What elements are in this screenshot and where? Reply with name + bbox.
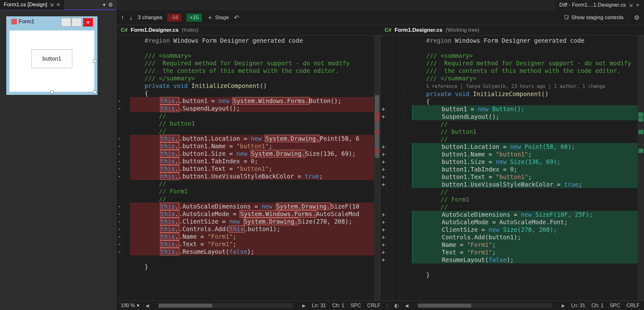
line-indicator[interactable]: Ln: 31 bbox=[312, 303, 326, 308]
prev-change-button[interactable]: ↑ bbox=[121, 14, 124, 22]
resize-handle[interactable] bbox=[93, 60, 96, 63]
button1-control[interactable]: button1 bbox=[31, 49, 72, 68]
line-indicator[interactable]: Ln: 31 bbox=[571, 303, 585, 308]
scrollbar-left[interactable] bbox=[374, 35, 380, 301]
tab-diff[interactable]: Diff - Form1....1.Designer.cs ⇲ ✕ bbox=[555, 0, 644, 10]
maximize-button[interactable]: ▭ bbox=[72, 18, 82, 27]
scroll-thumb[interactable] bbox=[158, 304, 212, 307]
close-icon[interactable]: ✕ bbox=[56, 2, 60, 8]
tab-form-design[interactable]: Form1.cs [Design] ⇲ ✕ bbox=[0, 0, 64, 10]
next-change-button[interactable]: ↓ bbox=[129, 14, 133, 22]
resize-handle[interactable] bbox=[93, 90, 96, 94]
indent-indicator[interactable]: SPC bbox=[351, 303, 361, 308]
pin-icon[interactable]: ⇲ bbox=[629, 3, 633, 8]
scrollbar-right[interactable] bbox=[638, 35, 644, 301]
csharp-icon: C# bbox=[385, 27, 391, 33]
csharp-icon: C# bbox=[121, 27, 128, 33]
deletions-badge: -16 bbox=[167, 14, 181, 22]
scroll-right-icon[interactable]: ▶ bbox=[302, 303, 306, 308]
close-icon[interactable]: ✕ bbox=[636, 3, 640, 8]
eol-indicator[interactable]: CRLF bbox=[626, 303, 640, 308]
status-bar: 100 %▾ ◀ ▶ Ln: 31 Ch: 1 SPC CRLF | ◐ ◀ ▶… bbox=[116, 301, 644, 310]
col-indicator[interactable]: Ch: 1 bbox=[591, 303, 603, 308]
stage-button[interactable]: ＋ Stage bbox=[207, 13, 229, 22]
designer-surface[interactable]: Form1 — ▭ ✕ button1 bbox=[0, 10, 116, 310]
code-pane-right[interactable]: #region Windows Form Designer generated … bbox=[380, 35, 644, 301]
show-staging-button[interactable]: ☐̷ Show staging controls bbox=[564, 14, 624, 21]
changes-count: 3 changes bbox=[138, 14, 162, 21]
scroll-thumb[interactable] bbox=[418, 304, 472, 307]
plus-icon: ＋ bbox=[207, 13, 213, 22]
diff-area: #region Windows Form Designer generated … bbox=[116, 35, 644, 301]
diff-pane: Diff - Form1....1.Designer.cs ⇲ ✕ ↑ ↓ 3 … bbox=[116, 0, 644, 310]
dropdown-icon[interactable]: ▾ bbox=[103, 2, 106, 8]
checkbox-icon: ☐̷ bbox=[564, 14, 569, 21]
close-button[interactable]: ✕ bbox=[83, 18, 93, 27]
code-pane-left[interactable]: #region Windows Form Designer generated … bbox=[116, 35, 380, 301]
file-header-right: C# Form1.Designer.cs (Working tree) bbox=[380, 25, 644, 35]
eol-indicator[interactable]: CRLF bbox=[367, 303, 380, 308]
file-headers: C# Form1.Designer.cs (Index) C# Form1.De… bbox=[116, 25, 644, 35]
diff-toolbar: ↑ ↓ 3 changes -16 +15 ＋ Stage ↶ ☐̷ Show … bbox=[116, 10, 644, 25]
col-indicator[interactable]: Ch: 1 bbox=[332, 303, 344, 308]
gear-icon[interactable]: ⚙ bbox=[108, 2, 113, 8]
code-left[interactable]: #region Windows Form Designer generated … bbox=[116, 35, 380, 270]
undo-button[interactable]: ↶ bbox=[234, 14, 239, 21]
resize-handle[interactable] bbox=[50, 90, 53, 94]
pin-icon[interactable]: ⇲ bbox=[50, 2, 54, 8]
scroll-left-icon[interactable]: ◀ bbox=[405, 303, 408, 308]
diff-tab-bar: Diff - Form1....1.Designer.cs ⇲ ✕ bbox=[116, 0, 644, 10]
code-right[interactable]: #region Windows Form Designer generated … bbox=[380, 35, 644, 279]
zoom-control[interactable]: 100 %▾ bbox=[121, 302, 139, 308]
file-header-left: C# Form1.Designer.cs (Index) bbox=[116, 25, 380, 35]
settings-icon[interactable]: ⚙ bbox=[634, 14, 640, 21]
scroll-right-icon[interactable]: ▶ bbox=[562, 303, 565, 308]
codelens-icon[interactable]: ◐ bbox=[394, 302, 399, 308]
indent-indicator[interactable]: SPC bbox=[610, 303, 620, 308]
scroll-left-icon[interactable]: ◀ bbox=[146, 303, 149, 308]
winform-title: Form1 bbox=[11, 19, 34, 25]
hscrollbar[interactable] bbox=[418, 303, 552, 308]
tab-label: Form1.cs [Design] bbox=[4, 2, 47, 8]
tab-bar: Form1.cs [Design] ⇲ ✕ ▾ ⚙ bbox=[0, 0, 116, 10]
additions-badge: +15 bbox=[186, 14, 202, 22]
hscrollbar[interactable] bbox=[158, 303, 293, 308]
form-icon bbox=[11, 19, 17, 24]
winform-preview[interactable]: Form1 — ▭ ✕ button1 bbox=[6, 16, 97, 95]
minimize-button[interactable]: — bbox=[61, 18, 71, 27]
diff-tab-label: Diff - Form1....1.Designer.cs bbox=[559, 2, 626, 8]
designer-pane: Form1.cs [Design] ⇲ ✕ ▾ ⚙ Form1 — ▭ ✕ bu… bbox=[0, 0, 116, 310]
